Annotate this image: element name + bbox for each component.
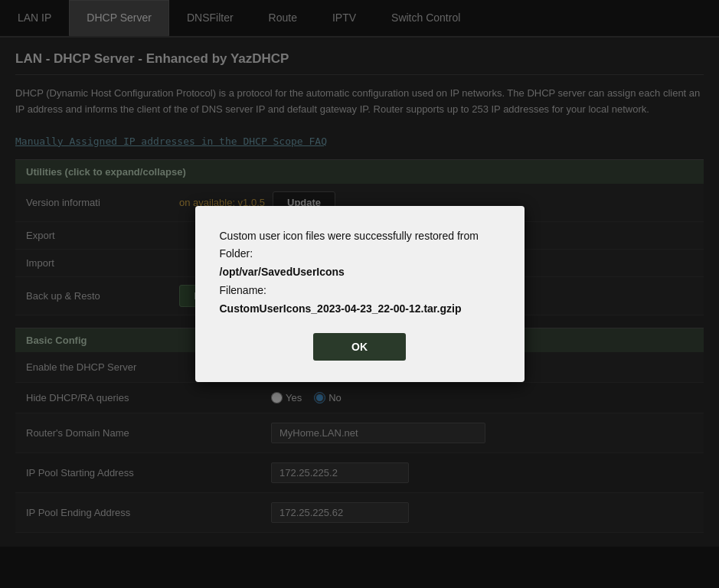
modal-folder-path: /opt/var/SavedUserIcons <box>220 266 345 278</box>
modal-filename-label: Filename: <box>220 284 266 296</box>
modal-ok-button[interactable]: OK <box>313 333 406 361</box>
modal-box: Custom user icon files were successfully… <box>195 206 525 383</box>
modal-filename: CustomUserIcons_2023-04-23_22-00-12.tar.… <box>220 302 462 315</box>
modal-line1: Custom user icon files were successfully… <box>220 230 479 260</box>
modal-message: Custom user icon files were successfully… <box>220 227 500 318</box>
modal-overlay: Custom user icon files were successfully… <box>0 0 719 588</box>
